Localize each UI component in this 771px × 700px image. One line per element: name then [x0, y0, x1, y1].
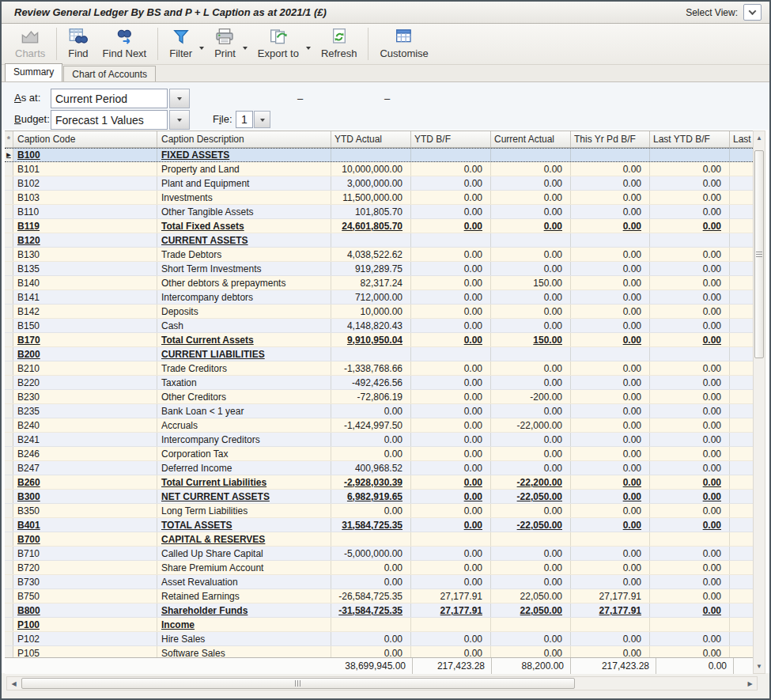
this-yr-pd-bf-cell[interactable]: 0.00	[571, 490, 650, 503]
caption-description-cell[interactable]: Total Current Assets	[157, 333, 331, 346]
caption-code-cell[interactable]: B130	[13, 248, 157, 261]
table-row[interactable]: B230Other Creditors-72,806.190.00-200.00…	[5, 390, 754, 404]
caption-code-cell[interactable]: P100	[13, 618, 157, 631]
this-yr-pd-bf-cell[interactable]: 0.00	[571, 632, 650, 645]
current-actual-cell[interactable]	[491, 532, 571, 546]
ytd-bf-cell[interactable]: 0.00	[411, 490, 491, 503]
last-ytd-bf-cell[interactable]: 0.00	[650, 219, 730, 233]
caption-code-cell[interactable]: B103	[13, 191, 157, 204]
last-ytd-bf-cell[interactable]: 0.00	[650, 461, 730, 475]
caption-code-cell[interactable]: B350	[13, 504, 157, 517]
table-row[interactable]: B730Asset Revaluation0.000.000.000.000.0…	[5, 575, 754, 589]
ytd-actual-cell[interactable]: -5,000,000.00	[331, 547, 411, 560]
table-row[interactable]: B401TOTAL ASSETS31,584,725.350.00-22,050…	[5, 518, 754, 532]
table-row[interactable]: B130Trade Debtors4,038,522.620.000.000.0…	[5, 248, 754, 262]
last-y-cell[interactable]	[730, 589, 754, 603]
scroll-left-button[interactable]: ◀	[7, 677, 21, 690]
table-row[interactable]: B102Plant and Equipment3,000,000.000.000…	[5, 176, 754, 191]
this-yr-pd-bf-cell[interactable]: 0.00	[571, 376, 650, 389]
this-yr-pd-bf-cell[interactable]: 0.00	[571, 305, 650, 318]
last-y-cell[interactable]	[730, 376, 754, 389]
last-y-cell[interactable]	[730, 461, 754, 475]
caption-code-cell[interactable]: B200	[13, 347, 157, 361]
last-y-cell[interactable]	[730, 248, 754, 261]
this-yr-pd-bf-cell[interactable]	[571, 149, 650, 161]
caption-code-cell[interactable]: B120	[13, 233, 157, 247]
table-row[interactable]: B142Deposits10,000.000.000.000.000.00	[5, 305, 754, 319]
last-ytd-bf-cell[interactable]: 0.00	[650, 248, 730, 261]
last-y-cell[interactable]	[730, 319, 754, 332]
ytd-bf-cell[interactable]: 0.00	[411, 418, 491, 432]
current-actual-cell[interactable]: 0.00	[491, 404, 571, 418]
last-ytd-bf-cell[interactable]	[650, 149, 730, 161]
this-yr-pd-bf-cell[interactable]: 0.00	[571, 248, 650, 261]
current-actual-cell[interactable]: -22,000.00	[491, 418, 571, 432]
ytd-actual-cell[interactable]: 0.00	[331, 404, 411, 418]
caption-description-cell[interactable]: Trade Creditors	[157, 361, 331, 375]
caption-code-cell[interactable]: B750	[13, 589, 157, 603]
caption-code-cell[interactable]: B720	[13, 561, 157, 574]
column-header-last-ytd-bf[interactable]: Last YTD B/F	[650, 131, 730, 147]
ytd-bf-cell[interactable]: 0.00	[411, 461, 491, 475]
current-actual-cell[interactable]: 0.00	[491, 319, 571, 332]
table-row[interactable]: B235Bank Loan < 1 year0.000.000.000.000.…	[5, 404, 754, 418]
current-actual-cell[interactable]: 0.00	[491, 191, 571, 204]
table-row[interactable]: B350Long Term Liabilities0.000.000.000.0…	[5, 504, 754, 518]
last-y-cell[interactable]	[730, 547, 754, 560]
column-header-caption-description[interactable]: Caption Description	[157, 131, 331, 147]
ytd-actual-cell[interactable]: -1,424,997.50	[331, 418, 411, 432]
last-ytd-bf-cell[interactable]: 0.00	[650, 561, 730, 574]
ytd-actual-cell[interactable]: 24,601,805.70	[331, 219, 411, 233]
caption-description-cell[interactable]: Deposits	[157, 305, 331, 318]
scroll-up-button[interactable]: ▲	[754, 131, 765, 145]
ytd-actual-cell[interactable]: 0.00	[331, 433, 411, 446]
this-yr-pd-bf-cell[interactable]: 0.00	[571, 205, 650, 218]
current-actual-cell[interactable]: 0.00	[491, 632, 571, 645]
last-y-cell[interactable]	[730, 333, 754, 346]
ytd-actual-cell[interactable]: 4,038,522.62	[331, 248, 411, 261]
last-ytd-bf-cell[interactable]: 0.00	[650, 504, 730, 517]
this-yr-pd-bf-cell[interactable]: 0.00	[571, 447, 650, 460]
this-yr-pd-bf-cell[interactable]	[571, 347, 650, 361]
table-row[interactable]: B170Total Current Assets9,910,950.040.00…	[5, 333, 754, 347]
as-at-value[interactable]: Current Period	[51, 89, 168, 108]
caption-description-cell[interactable]: Asset Revaluation	[157, 575, 331, 588]
table-row[interactable]: P102Hire Sales0.000.000.000.000.00	[5, 632, 754, 646]
caption-description-cell[interactable]: Investments	[157, 191, 331, 204]
last-y-cell[interactable]	[730, 518, 754, 532]
table-row[interactable]: B120CURRENT ASSETS	[5, 233, 754, 248]
current-actual-cell[interactable]: 0.00	[491, 547, 571, 560]
caption-code-cell[interactable]: B102	[13, 176, 157, 190]
table-row[interactable]: B141Intercompany debtors712,000.000.000.…	[5, 290, 754, 305]
ytd-actual-cell[interactable]: 712,000.00	[331, 290, 411, 304]
caption-description-cell[interactable]: Other Creditors	[157, 390, 331, 403]
table-row[interactable]: B720Share Premium Account0.000.000.000.0…	[5, 561, 754, 575]
caption-description-cell[interactable]: CAPITAL & RESERVES	[157, 532, 331, 546]
column-header-ytd-actual[interactable]: YTD Actual	[331, 131, 411, 147]
ytd-bf-cell[interactable]: 0.00	[411, 447, 491, 460]
table-row[interactable]: B300NET CURRENT ASSETS6,982,919.650.00-2…	[5, 490, 754, 504]
last-ytd-bf-cell[interactable]: 0.00	[650, 333, 730, 346]
ytd-actual-cell[interactable]: 0.00	[331, 504, 411, 517]
current-actual-cell[interactable]: 0.00	[491, 461, 571, 475]
ytd-bf-cell[interactable]: 0.00	[411, 433, 491, 446]
caption-description-cell[interactable]: Long Term Liabilities	[157, 504, 331, 517]
last-y-cell[interactable]	[730, 475, 754, 489]
this-yr-pd-bf-cell[interactable]	[571, 233, 650, 247]
ytd-bf-cell[interactable]: 0.00	[411, 575, 491, 588]
ytd-bf-cell[interactable]: 0.00	[411, 205, 491, 218]
ytd-bf-cell[interactable]: 27,177.91	[411, 604, 491, 617]
print-dropdown-arrow[interactable]	[243, 47, 248, 52]
ytd-actual-cell[interactable]: 82,317.24	[331, 276, 411, 289]
last-y-cell[interactable]	[730, 162, 754, 176]
caption-code-cell[interactable]: B142	[13, 305, 157, 318]
caption-code-cell[interactable]: B141	[13, 290, 157, 304]
current-actual-cell[interactable]: 0.00	[491, 205, 571, 218]
caption-code-cell[interactable]: B230	[13, 390, 157, 403]
caption-code-cell[interactable]: B210	[13, 361, 157, 375]
caption-code-cell[interactable]: B220	[13, 376, 157, 389]
table-row[interactable]: B260Total Current Liabilities-2,928,030.…	[5, 475, 754, 490]
caption-code-cell[interactable]: B730	[13, 575, 157, 588]
last-y-cell[interactable]	[730, 290, 754, 304]
last-y-cell[interactable]	[730, 447, 754, 460]
